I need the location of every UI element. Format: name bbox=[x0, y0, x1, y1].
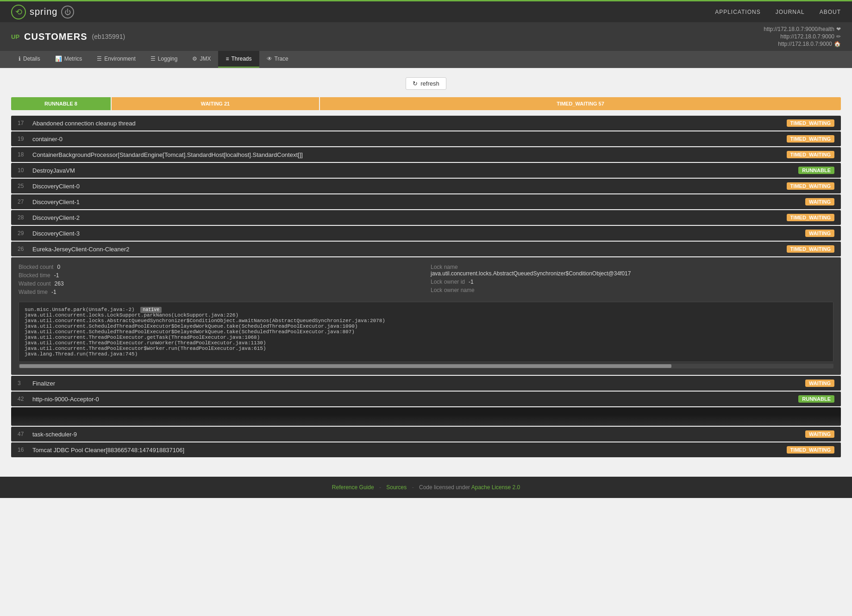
status-badge: TIMED_WAITING bbox=[787, 182, 834, 190]
refresh-button-wrapper: ↻ refresh bbox=[11, 77, 841, 90]
app-title: UP CUSTOMERS (eb135991) bbox=[11, 31, 125, 42]
table-row[interactable]: 27 DiscoveryClient-1 WAITING bbox=[11, 194, 841, 209]
lock-name-value: java.util.concurrent.locks.AbstractQueue… bbox=[431, 270, 833, 277]
blocked-count-value: 0 bbox=[57, 264, 60, 270]
stack-line-8: java.util.concurrent.ThreadPoolExecutor$… bbox=[25, 346, 827, 351]
waiting-bar: WAITING 21 bbox=[112, 97, 319, 110]
thread-name: Abandoned connection cleanup thread bbox=[32, 120, 787, 127]
top-navigation: ⟲ spring ⏻ APPLICATIONS JOURNAL ABOUT bbox=[0, 0, 852, 22]
thread-name: DiscoveryClient-3 bbox=[32, 230, 805, 237]
tab-metrics[interactable]: 📊 Metrics bbox=[48, 51, 90, 68]
table-row[interactable]: 26 Eureka-JerseyClient-Conn-Cleaner2 TIM… bbox=[11, 242, 841, 256]
thread-name: DestroyJavaVM bbox=[32, 167, 798, 174]
table-row[interactable]: 3 Finalizer WAITING bbox=[11, 376, 841, 391]
stack-line-4: java.util.concurrent.ScheduledThreadPool… bbox=[25, 324, 827, 329]
tab-jmx[interactable]: ⚙ JMX bbox=[185, 51, 218, 68]
license-text: Code licensed under bbox=[419, 484, 470, 491]
thread-id: 19 bbox=[18, 136, 29, 142]
table-row[interactable]: 47 task-scheduler-9 WAITING bbox=[11, 427, 841, 442]
status-badge: TIMED_WAITING bbox=[787, 151, 834, 158]
env-icon: ☰ bbox=[97, 56, 102, 62]
log-icon: ☰ bbox=[150, 56, 156, 62]
nav-applications[interactable]: APPLICATIONS bbox=[715, 9, 760, 15]
spring-logo-text: spring bbox=[30, 6, 57, 17]
thread-name: DiscoveryClient-0 bbox=[32, 183, 787, 190]
app-name: CUSTOMERS bbox=[24, 31, 87, 42]
status-badge: TIMED_WAITING bbox=[787, 214, 834, 221]
tab-trace[interactable]: 👁 Trace bbox=[259, 51, 296, 68]
nav-journal[interactable]: JOURNAL bbox=[776, 9, 805, 15]
heart-icon: ❤ bbox=[836, 26, 841, 32]
table-row[interactable]: 17 Abandoned connection cleanup thread T… bbox=[11, 116, 841, 131]
lock-owner-name-label: Lock owner name bbox=[431, 287, 475, 293]
lock-owner-id-label: Lock owner id bbox=[431, 279, 465, 285]
stack-line-7: java.util.concurrent.ThreadPoolExecutor.… bbox=[25, 340, 827, 346]
tab-environment[interactable]: ☰ Environment bbox=[89, 51, 143, 68]
thread-name: Tomcat JDBC Pool Cleaner[883665748:14749… bbox=[32, 447, 787, 454]
thread-id: 42 bbox=[18, 396, 29, 402]
status-badge: RUNNABLE bbox=[798, 167, 834, 174]
status-badge: RUNNABLE bbox=[798, 395, 834, 403]
blocked-count-label: Blocked count bbox=[19, 264, 53, 270]
status-badge: WAITING bbox=[805, 380, 834, 387]
power-icon: ⏻ bbox=[61, 6, 74, 19]
nav-about[interactable]: ABOUT bbox=[820, 9, 841, 15]
stack-trace: sun.misc.Unsafe.park(Unsafe.java:-2) nat… bbox=[19, 302, 833, 362]
scroll-thumb[interactable] bbox=[19, 364, 671, 368]
waited-time-value: -1 bbox=[51, 289, 56, 295]
table-row[interactable]: 29 DiscoveryClient-3 WAITING bbox=[11, 226, 841, 241]
thread-id: 27 bbox=[18, 199, 29, 205]
app-home-link[interactable]: http://172.18.0.7:9000 🏠 bbox=[778, 41, 841, 47]
table-row[interactable]: 18 ContainerBackgroundProcessor[Standard… bbox=[11, 147, 841, 162]
tab-threads[interactable]: ≡ Threads bbox=[218, 51, 259, 68]
app-edit-link[interactable]: http://172.18.0.7:9000 ✏ bbox=[780, 33, 841, 40]
status-badge: WAITING bbox=[805, 430, 834, 438]
thread-name: Finalizer bbox=[32, 380, 805, 387]
thread-name: Eureka-JerseyClient-Conn-Cleaner2 bbox=[32, 246, 787, 253]
tab-logging[interactable]: ☰ Logging bbox=[143, 51, 185, 68]
tab-details[interactable]: ℹ Details bbox=[11, 51, 48, 68]
reference-guide-link[interactable]: Reference Guide bbox=[332, 484, 374, 491]
waited-count-value: 263 bbox=[55, 280, 64, 287]
thread-name: container-0 bbox=[32, 136, 787, 143]
app-status: UP bbox=[11, 33, 19, 40]
thread-list: 17 Abandoned connection cleanup thread T… bbox=[11, 116, 841, 457]
table-row[interactable]: 25 DiscoveryClient-0 TIMED_WAITING bbox=[11, 179, 841, 193]
sources-link[interactable]: Sources bbox=[386, 484, 407, 491]
refresh-button[interactable]: ↻ refresh bbox=[406, 77, 446, 90]
tabs-bar: ℹ Details 📊 Metrics ☰ Environment ☰ Logg… bbox=[0, 51, 852, 68]
runnable-bar: RUNNABLE 8 bbox=[11, 97, 111, 110]
trace-icon: 👁 bbox=[267, 56, 272, 62]
thread-id: 25 bbox=[18, 183, 29, 189]
status-badge: WAITING bbox=[805, 198, 834, 205]
lock-owner-id-value: -1 bbox=[469, 279, 474, 285]
table-row[interactable]: 28 DiscoveryClient-2 TIMED_WAITING bbox=[11, 210, 841, 225]
thread-name: http-nio-9000-Acceptor-0 bbox=[32, 396, 798, 403]
thread-name: DiscoveryClient-1 bbox=[32, 199, 805, 205]
jmx-icon: ⚙ bbox=[192, 56, 197, 62]
app-header: UP CUSTOMERS (eb135991) http://172.18.0.… bbox=[0, 22, 852, 51]
app-links: http://172.18.0.7:9000/health ❤ http://1… bbox=[764, 26, 841, 47]
stack-line-6: java.util.concurrent.ThreadPoolExecutor.… bbox=[25, 335, 827, 340]
thread-id: 17 bbox=[18, 120, 29, 126]
thread-detail-right: Lock name java.util.concurrent.locks.Abs… bbox=[431, 264, 833, 295]
table-row[interactable]: 19 container-0 TIMED_WAITING bbox=[11, 131, 841, 146]
table-row[interactable]: 42 http-nio-9000-Acceptor-0 RUNNABLE bbox=[11, 392, 841, 406]
thread-name: DiscoveryClient-2 bbox=[32, 214, 787, 221]
thread-id: 16 bbox=[18, 447, 29, 453]
table-row[interactable]: 10 DestroyJavaVM RUNNABLE bbox=[11, 163, 841, 178]
thread-id: 18 bbox=[18, 151, 29, 158]
thread-status-bar: RUNNABLE 8 WAITING 21 TIMED_WAITING 57 bbox=[11, 97, 841, 110]
status-badge: TIMED_WAITING bbox=[787, 119, 834, 127]
stack-line-9: java.lang.Thread.run(Thread.java:745) bbox=[25, 351, 827, 357]
thread-id: 10 bbox=[18, 167, 29, 174]
stack-line-3: java.util.concurrent.locks.AbstractQueue… bbox=[25, 318, 827, 324]
status-badge: TIMED_WAITING bbox=[787, 446, 834, 454]
scrollbar[interactable] bbox=[19, 364, 833, 368]
license-link[interactable]: Apache License 2.0 bbox=[471, 484, 520, 491]
chart-icon: 📊 bbox=[55, 56, 62, 62]
app-health-link[interactable]: http://172.18.0.7:9000/health ❤ bbox=[764, 26, 841, 32]
refresh-label: refresh bbox=[420, 80, 439, 87]
stack-line-1: sun.misc.Unsafe.park(Unsafe.java:-2) nat… bbox=[25, 307, 827, 312]
table-row[interactable]: 16 Tomcat JDBC Pool Cleaner[883665748:14… bbox=[11, 442, 841, 457]
